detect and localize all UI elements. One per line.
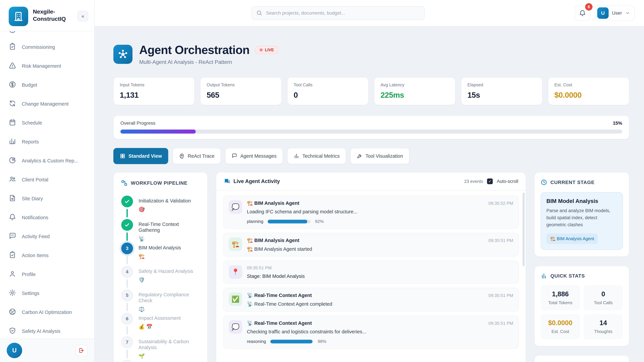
sidebar-item-activity-feed[interactable]: Activity Feed [0,228,94,245]
step-emoji: 🏗️ [138,253,181,259]
sidebar-item-risk-management[interactable]: Risk Management [0,57,94,75]
sidebar-item-label: Risk Management [22,63,61,69]
bar-chart-icon [9,138,16,146]
event-text: Loading IFC schema and parsing model str… [247,209,513,215]
sidebar-item-partial[interactable] [0,31,94,38]
sidebar-item-reports[interactable]: Reports [0,133,94,150]
activity-scrollbar[interactable] [522,193,524,266]
step-emoji: 🛡️ [138,277,193,283]
sidebar-item-analytics[interactable]: Analytics & Custom Rep... [0,152,94,169]
user-avatar[interactable]: U [7,343,22,358]
quickstat-tool-calls: 0Tool Calls [584,285,623,310]
events-count: 23 events [464,179,483,184]
sidebar-item-label: Settings [22,291,40,296]
bell-icon [579,9,586,16]
tab-standard-view[interactable]: Standard View [113,148,168,164]
tab-react-trace[interactable]: ReAct Trace [172,148,221,164]
quickstat-est-cost: $0.0000Est. Cost [541,314,580,339]
messages-icon [232,153,237,159]
notifications-button[interactable]: 6 [575,5,590,21]
sidebar-item-safety-ai[interactable]: Safety AI Analysis [0,323,94,339]
step-emoji: 🌱 [138,353,200,359]
activity-event-list[interactable]: 💭 🏗️ BIM Analysis Agent 09:35:52 PM Load… [216,191,526,354]
current-stage-card: BIM Model Analysis Parse and analyze BIM… [541,192,623,250]
quick-stats-title: QUICK STATS [550,273,585,279]
sidebar-item-budget[interactable]: Budget [0,76,94,94]
sidebar: Nexgile-ConstructIQ « Commissioning Risk… [0,0,94,362]
step-check-icon [121,219,133,231]
users-icon [9,175,16,184]
sidebar-collapse-button[interactable]: « [78,11,88,21]
autoscroll-label: Auto-scroll [497,179,518,184]
brain-head-icon [179,153,185,159]
current-stage-panel: CURRENT STAGE BIM Model Analysis Parse a… [534,172,629,257]
sidebar-item-schedule[interactable]: Schedule [0,114,94,132]
orchestration-icon [113,45,132,64]
network-hub-icon [117,49,129,60]
event-card: 📍 09:35:51 PM Stage: BIM Model Analysis [223,261,519,284]
sidebar-footer: U [0,339,94,362]
sidebar-item-label: Schedule [22,120,42,126]
step-emoji: 💰 📅 [138,324,180,330]
progress-label: Overall Progress [120,120,156,126]
sidebar-item-carbon-ai[interactable]: Carbon AI Optimization [0,304,94,321]
right-column: CURRENT STAGE BIM Model Analysis Parse a… [534,172,629,362]
tab-agent-messages[interactable]: Agent Messages [225,148,283,164]
global-search [252,6,425,20]
sidebar-item-site-diary[interactable]: Site Diary [0,190,94,207]
sidebar-item-notifications[interactable]: Notifications [0,209,94,226]
search-input[interactable] [252,6,425,20]
sidebar-item-client-portal[interactable]: Client Portal [0,171,94,188]
logout-button[interactable] [76,345,88,356]
logout-icon [78,348,84,354]
step-emoji: ⚖️ [138,306,200,312]
tab-technical-metrics[interactable]: Technical Metrics [287,148,346,164]
step-number: 7 [121,336,133,348]
progress-percent: 15% [613,120,622,126]
step-number: 8 [121,360,133,362]
bell-icon [9,213,16,222]
step-number: 4 [121,266,133,278]
event-time: 09:35:51 PM [247,265,272,271]
refresh-icon [9,100,16,108]
agent-name: 🏗️ BIM Analysis Agent [247,200,299,206]
pipeline-step-1: Initialization & Validation🎯 [121,196,200,219]
stage-description: Parse and analyze BIM models, build spat… [546,207,617,228]
live-dot [260,48,263,51]
event-progress-fill [268,220,307,223]
autoscroll-checkbox[interactable]: ✓ [487,178,493,184]
tab-tool-visualization[interactable]: Tool Visualization [350,148,410,164]
system-health-panel: SYSTEM HEALTH API Latency Memory [534,355,629,362]
search-icon [256,10,262,16]
wrench-icon [357,153,362,159]
sidebar-item-label: Commissioning [22,44,55,50]
agent-name: 📡 Real-Time Context Agent [247,293,312,298]
app-root: Nexgile-ConstructIQ « Commissioning Risk… [0,0,644,362]
chat-activity-icon [224,178,230,185]
sidebar-item-action-items[interactable]: Action Items [0,247,94,264]
sidebar-nav: Commissioning Risk Management Budget Cha… [0,31,94,339]
page-subtitle: Multi-Agent AI Analysis - ReAct Pattern [139,59,278,65]
gear-icon [9,289,16,298]
step-check-icon [121,196,133,207]
clipboard-check-icon [9,43,16,51]
user-menu-button[interactable]: U User [595,5,634,21]
activity-title: Live Agent Activity [234,178,280,184]
stats-row: Input Tokens1,131 Output Tokens565 Tool … [113,77,629,105]
sidebar-item-profile[interactable]: Profile [0,266,94,283]
sidebar-item-label: Site Diary [22,196,43,201]
sidebar-item-change-management[interactable]: Change Management [0,95,94,113]
workflow-pipeline-panel: WORKFLOW PIPELINE Initialization & Valid… [113,172,208,362]
stat-avg-latency: Avg Latency225ms [374,77,455,105]
sidebar-item-label: Profile [22,272,36,277]
chevron-down-icon [625,11,630,15]
brand-name: Nexgile-ConstructIQ [33,8,76,22]
user-name: User [612,10,622,16]
progress-fill [120,130,196,134]
main-area: 6 U User Agent Orchestration LIVE [94,0,644,362]
sidebar-item-commissioning[interactable]: Commissioning [0,38,94,56]
pipeline-step-8: 8 Resolution Planning🔧 🎨 [121,360,200,362]
sidebar-item-settings[interactable]: Settings [0,285,94,302]
pipeline-steps: Initialization & Validation🎯 Real-Time C… [121,196,200,362]
event-card: 💭 🏗️ BIM Analysis Agent 09:35:52 PM Load… [223,196,519,229]
